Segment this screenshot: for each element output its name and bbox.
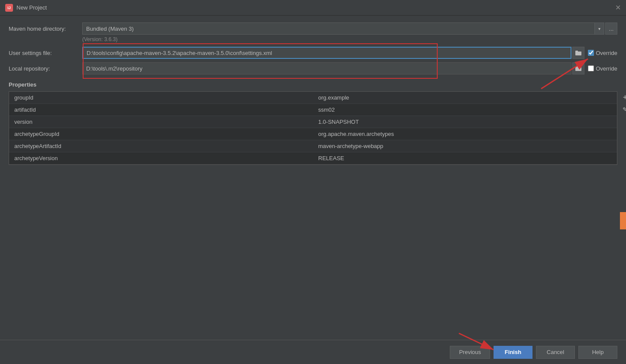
property-value: org.apache.maven.archetypes [313,128,617,140]
property-value: org.example [313,92,617,104]
property-key: artifactId [9,104,313,116]
local-repo-row: Local repository: Override [9,62,617,74]
maven-home-row: Maven home directory: Bundled (Maven 3) … [9,23,617,35]
table-row[interactable]: version 1.0-SNAPSHOT [9,116,617,128]
add-property-button[interactable]: + [620,92,626,103]
app-icon: IJ [5,4,13,12]
local-repo-browse-button[interactable] [572,62,584,74]
property-key: version [9,116,313,128]
user-settings-browse-button[interactable] [572,47,584,59]
table-row[interactable]: archetypeArtifactId maven-archetype-weba… [9,140,617,152]
edit-property-button[interactable]: ✎ [620,104,626,115]
user-settings-input[interactable] [82,47,571,59]
property-key: archetypeVersion [9,152,313,164]
table-row[interactable]: archetypeGroupId org.apache.maven.archet… [9,128,617,140]
property-value: ssm02 [313,104,617,116]
user-settings-field-group [82,47,584,59]
maven-home-field-group: Bundled (Maven 3) ▾ ... [82,23,617,35]
dialog-content: Maven home directory: Bundled (Maven 3) … [0,16,626,172]
close-button[interactable]: ✕ [615,4,621,11]
maven-dropdown-arrow[interactable]: ▾ [595,23,604,35]
local-repo-input[interactable] [82,62,571,74]
property-value: RELEASE [313,152,617,164]
local-repo-override-label: Override [596,65,617,72]
svg-rect-0 [575,52,581,55]
property-value: 1.0-SNAPSHOT [313,116,617,128]
folder-icon [575,50,581,55]
notification-tab[interactable] [620,212,626,229]
table-row[interactable]: archetypeVersion RELEASE [9,152,617,164]
user-settings-override-label: Override [596,50,617,56]
local-repo-field-group [82,62,584,74]
maven-home-select[interactable]: Bundled (Maven 3) [82,23,595,35]
properties-section: groupId org.example artifactId ssm02 ver… [9,91,617,165]
title-bar: IJ New Project ✕ [0,0,626,16]
bottom-button-bar: Previous Finish Cancel Help [0,340,626,364]
dialog-title: New Project [16,4,47,11]
properties-title: Properties [9,81,617,88]
svg-rect-2 [575,67,581,71]
user-settings-label: User settings file: [9,50,82,56]
help-button[interactable]: Help [578,346,617,359]
table-row[interactable]: artifactId ssm02 [9,104,617,116]
svg-rect-3 [575,66,578,68]
finish-button[interactable]: Finish [494,346,532,359]
property-key: archetypeGroupId [9,128,313,140]
table-row[interactable]: groupId org.example [9,92,617,104]
property-key: groupId [9,92,313,104]
properties-table-container: groupId org.example artifactId ssm02 ver… [9,91,617,165]
folder-icon [575,66,581,71]
properties-table: groupId org.example artifactId ssm02 ver… [9,92,617,164]
svg-rect-1 [575,51,578,52]
maven-ellipsis-button[interactable]: ... [605,23,617,35]
user-settings-row: User settings file: Override [9,47,617,59]
user-settings-override-checkbox[interactable] [588,50,594,56]
previous-button[interactable]: Previous [450,346,490,359]
cancel-button[interactable]: Cancel [536,346,575,359]
local-repo-label: Local repository: [9,65,82,72]
local-repo-override-group: Override [588,65,617,72]
maven-home-label: Maven home directory: [9,26,82,32]
property-value: maven-archetype-webapp [313,140,617,152]
maven-version-text: (Version: 3.6.3) [82,36,617,42]
user-settings-override-group: Override [588,50,617,56]
local-repo-override-checkbox[interactable] [588,65,594,71]
property-key: archetypeArtifactId [9,140,313,152]
